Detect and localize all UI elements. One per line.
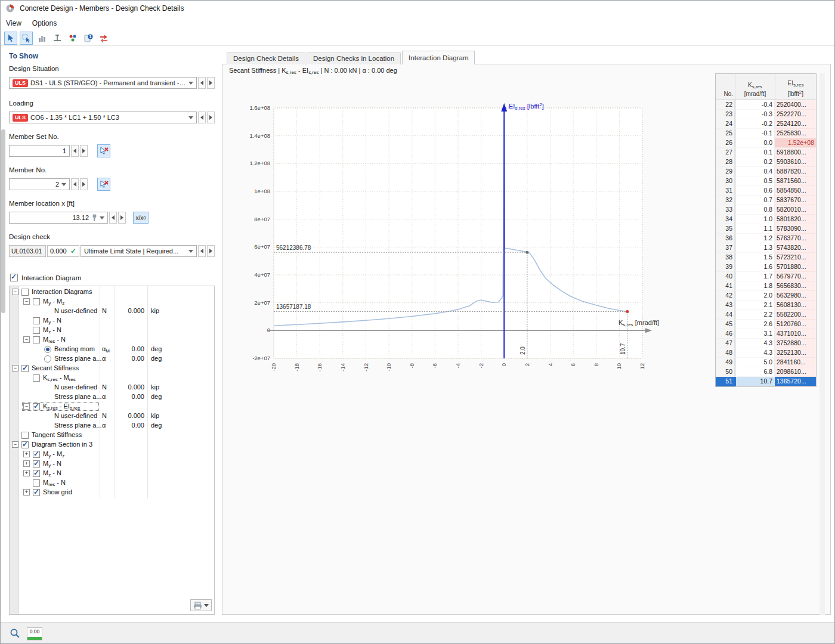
table-row[interactable]: 371.35743820... xyxy=(716,243,816,253)
ks-cell[interactable]: 2.6 xyxy=(735,320,775,329)
ei-cell[interactable]: 3752880... xyxy=(775,339,816,348)
tree-checkbox[interactable] xyxy=(33,298,40,305)
ei-cell[interactable]: 5608130... xyxy=(775,301,816,310)
ks-cell[interactable]: 0.4 xyxy=(735,167,775,177)
ks-cell[interactable]: 5.0 xyxy=(735,358,775,367)
tree-row[interactable]: −Ks,res - EIs,res xyxy=(10,402,214,411)
tree-row[interactable]: −Interaction Diagrams xyxy=(10,287,214,297)
dimension-icon[interactable] xyxy=(51,32,64,45)
tree-row[interactable]: Ks,res - Mres xyxy=(10,373,214,383)
table-row[interactable]: 23-0.32522270... xyxy=(716,110,816,119)
numbering-icon[interactable]: 1 xyxy=(82,32,95,45)
table-row[interactable]: 300.55871560... xyxy=(716,177,816,186)
loading-prev-button[interactable] xyxy=(198,112,206,123)
ks-cell[interactable]: -0.3 xyxy=(735,110,775,119)
design-situation-next-button[interactable] xyxy=(207,77,215,89)
tree-row[interactable]: Stress plane a...α0.00deg xyxy=(10,392,214,402)
ks-cell[interactable]: -0.2 xyxy=(735,119,775,129)
table-row[interactable]: 270.15918800... xyxy=(716,148,816,157)
ei-cell[interactable]: 2522270... xyxy=(775,110,816,119)
pick-window-icon[interactable] xyxy=(20,32,33,45)
tree-radio[interactable] xyxy=(44,346,51,353)
tree-checkbox[interactable] xyxy=(33,327,40,334)
table-row[interactable]: 495.02841160... xyxy=(716,358,816,367)
zoom-value-widget[interactable]: 0.00 xyxy=(27,627,42,640)
ei-cell[interactable]: 5887820... xyxy=(775,167,816,177)
tree-row[interactable]: +My - Mz xyxy=(10,450,214,459)
tree-row[interactable]: Tangent Stiffness xyxy=(10,431,214,440)
ei-cell[interactable]: 5918800... xyxy=(775,148,816,157)
member-no-prev-button[interactable] xyxy=(71,178,79,190)
member-location-select[interactable]: 13.12 xyxy=(9,212,108,224)
collapse-icon[interactable]: − xyxy=(12,289,18,295)
ks-cell[interactable]: 0.2 xyxy=(735,157,775,167)
zoom-icon[interactable] xyxy=(8,626,22,640)
ks-cell[interactable]: 3.1 xyxy=(735,329,775,339)
table-row[interactable]: 506.82098610... xyxy=(716,367,816,377)
tree-row[interactable]: +My - N xyxy=(10,459,214,469)
ks-cell[interactable]: 1.6 xyxy=(735,262,775,272)
tree-row[interactable]: +Mz - N xyxy=(10,469,214,478)
ks-cell[interactable]: 1.0 xyxy=(735,215,775,224)
tree-checkbox[interactable] xyxy=(33,374,40,382)
pointer-icon[interactable] xyxy=(4,32,17,45)
deselect-member-set-button[interactable] xyxy=(97,144,110,157)
table-row[interactable]: 432.15608130... xyxy=(716,301,816,310)
member-location-prev-button[interactable] xyxy=(109,212,117,224)
tree-checkbox[interactable] xyxy=(21,432,29,439)
interaction-diagram-checkbox[interactable] xyxy=(10,274,18,281)
ei-cell[interactable]: 5854850... xyxy=(775,186,816,196)
ks-cell[interactable]: 2.2 xyxy=(735,310,775,320)
ks-cell[interactable]: 10.7 xyxy=(735,377,775,386)
ei-cell[interactable]: 5783090... xyxy=(775,224,816,234)
tree-checkbox[interactable] xyxy=(21,441,29,448)
table-row[interactable]: 411.85656830... xyxy=(716,281,816,291)
design-situation-select[interactable]: ULS DS1 - ULS (STR/GEO) - Permanent and … xyxy=(9,77,197,89)
tree-row[interactable]: N user-definedN0.000kip xyxy=(10,411,214,421)
ks-cell[interactable]: 4.3 xyxy=(735,339,775,348)
table-row[interactable]: 474.33752880... xyxy=(716,339,816,348)
table-row[interactable]: 260.01.52e+08 xyxy=(716,138,816,148)
reset-red-icon[interactable] xyxy=(97,32,110,45)
tree-row[interactable]: N user-definedN0.000kip xyxy=(10,306,214,316)
ks-cell[interactable]: 0.6 xyxy=(735,186,775,196)
ks-cell[interactable]: 4.3 xyxy=(735,348,775,358)
ei-cell[interactable]: 4371010... xyxy=(775,329,816,339)
table-row[interactable]: 320.75837670... xyxy=(716,196,816,205)
tree-row[interactable]: Mz - N xyxy=(10,326,214,335)
design-check-prev-button[interactable] xyxy=(198,245,206,257)
tree-row[interactable]: Mres - N xyxy=(10,478,214,488)
table-row[interactable]: 330.85820010... xyxy=(716,205,816,215)
table-row[interactable]: 310.65854850... xyxy=(716,186,816,196)
color-points-icon[interactable] xyxy=(66,32,79,45)
ei-cell[interactable]: 5801820... xyxy=(775,215,816,224)
tree-row[interactable]: Stress plane a...α0.00deg xyxy=(10,354,214,364)
tree-checkbox[interactable] xyxy=(33,451,40,458)
tree-row[interactable]: −Mres - N xyxy=(10,335,214,345)
expand-icon[interactable]: + xyxy=(23,489,30,496)
ks-cell[interactable]: 1.8 xyxy=(735,281,775,291)
ks-cell[interactable]: 0.8 xyxy=(735,205,775,215)
ks-cell[interactable]: 0.1 xyxy=(735,148,775,157)
ks-cell[interactable]: 1.3 xyxy=(735,243,775,253)
member-set-next-button[interactable] xyxy=(80,145,88,157)
collapse-icon[interactable]: − xyxy=(23,336,30,343)
ei-cell[interactable]: 3252130... xyxy=(775,348,816,358)
ks-cell[interactable]: 0.7 xyxy=(735,196,775,205)
tree-value[interactable]: 0.00 xyxy=(116,345,144,352)
ks-cell[interactable]: -0.1 xyxy=(735,129,775,138)
tree-value[interactable]: 0.00 xyxy=(116,422,144,429)
ks-cell[interactable]: 6.8 xyxy=(735,367,775,377)
tree-checkbox[interactable] xyxy=(33,336,40,343)
ks-cell[interactable]: -0.4 xyxy=(735,100,775,110)
ks-cell[interactable]: 0.5 xyxy=(735,177,775,186)
expand-icon[interactable]: + xyxy=(23,460,30,467)
tab-design-checks-in-location[interactable]: Design Checks in Location xyxy=(307,52,401,64)
tree-row[interactable]: N user-definedN0.000kip xyxy=(10,383,214,392)
table-row[interactable]: 401.75679770... xyxy=(716,272,816,281)
table-row[interactable]: 463.14371010... xyxy=(716,329,816,339)
table-row[interactable]: 452.65120760... xyxy=(716,320,816,329)
ks-cell[interactable]: 1.5 xyxy=(735,253,775,262)
tree-checkbox[interactable] xyxy=(33,317,40,324)
ei-cell[interactable]: 1365720... xyxy=(775,377,816,386)
